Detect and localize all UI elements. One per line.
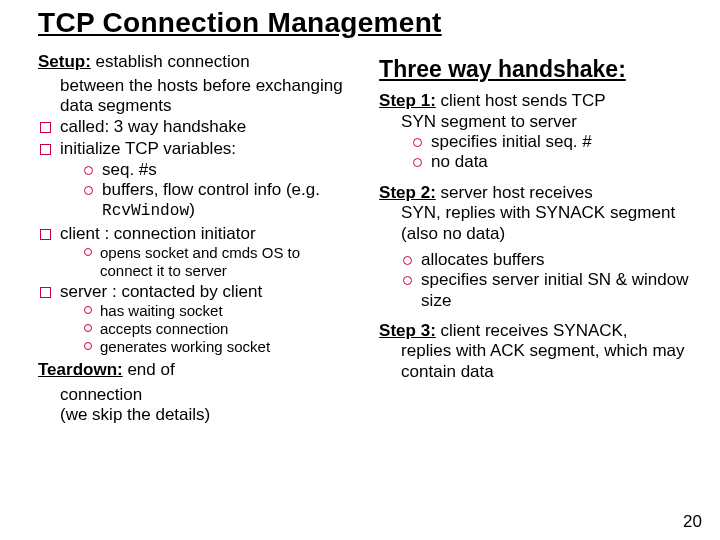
s2-allocates: allocates buffers — [401, 250, 690, 270]
sub-client-opens: opens socket and cmds OS to connect it t… — [82, 244, 355, 280]
bullet-client: client : connection initiator opens sock… — [38, 224, 355, 280]
s1-no-data: no data — [411, 152, 690, 172]
setup-lead: Setup: establish connection — [38, 52, 355, 72]
client-sublist: opens socket and cmds OS to connect it t… — [82, 244, 355, 280]
sub-buffers-c: ) — [189, 200, 195, 219]
setup-label: Setup: — [38, 52, 91, 71]
step-3: Step 3: client receives SYNACK, replies … — [379, 321, 690, 382]
page-number: 20 — [683, 512, 702, 532]
step-3-cont: replies with ACK segment, which may cont… — [401, 341, 690, 382]
s1-specifies-seq: specifies initial seq. # — [411, 132, 690, 152]
teardown-label: Teardown: — [38, 360, 123, 379]
step-3-text: client receives SYNACK, — [436, 321, 628, 340]
teardown-lead: Teardown: end of — [38, 360, 355, 380]
setup-bullets: called: 3 way handshake initialize TCP v… — [38, 117, 355, 357]
bullet-init-vars: initialize TCP variables: seq. #s buffer… — [38, 139, 355, 222]
step-2-label: Step 2: — [379, 183, 436, 202]
bullet-server-text: server : contacted by client — [60, 282, 262, 301]
server-sublist: has waiting socket accepts connection ge… — [82, 302, 355, 356]
step-1: Step 1: client host sends TCP SYN segmen… — [379, 91, 690, 173]
step-1-cont: SYN segment to server — [401, 112, 690, 132]
step-2-sublist: allocates buffers specifies server initi… — [401, 250, 690, 311]
teardown-text: end of — [123, 360, 175, 379]
step-1-sublist: specifies initial seq. # no data — [411, 132, 690, 173]
sub-buffers-a: buffers, flow control info (e.g. — [102, 180, 320, 199]
step-2: Step 2: server host receives SYN, replie… — [379, 183, 690, 311]
slide-title: TCP Connection Management — [38, 6, 690, 40]
sub-buffers: buffers, flow control info (e.g. RcvWind… — [82, 180, 355, 222]
bullet-init-vars-text: initialize TCP variables: — [60, 139, 236, 158]
teardown-continuation: connection (we skip the details) — [60, 385, 355, 426]
setup-continuation: between the hosts before exchanging data… — [60, 76, 355, 117]
handshake-heading: Three way handshake: — [379, 56, 690, 84]
step-2-text: server host receives — [436, 183, 593, 202]
bullet-client-text: client : connection initiator — [60, 224, 256, 243]
rcvwindow-code: RcvWindow — [102, 202, 189, 220]
sub-server-generates: generates working socket — [82, 338, 355, 356]
sub-server-accepts: accepts connection — [82, 320, 355, 338]
setup-text: establish connection — [91, 52, 250, 71]
sub-server-waiting: has waiting socket — [82, 302, 355, 320]
bullet-called: called: 3 way handshake — [38, 117, 355, 137]
step-2-cont: SYN, replies with SYNACK segment (also n… — [401, 203, 690, 244]
sub-seqnums: seq. #s — [82, 160, 355, 180]
init-vars-sublist: seq. #s buffers, flow control info (e.g.… — [82, 160, 355, 222]
right-column: Three way handshake: Step 1: client host… — [379, 50, 690, 426]
left-column: Setup: establish connection between the … — [38, 50, 355, 426]
slide: TCP Connection Management Setup: establi… — [0, 0, 720, 540]
bullet-server: server : contacted by client has waiting… — [38, 282, 355, 356]
s2-specifies-sn: specifies server initial SN & window siz… — [401, 270, 690, 311]
step-1-text: client host sends TCP — [436, 91, 606, 110]
two-column-layout: Setup: establish connection between the … — [38, 50, 690, 426]
step-1-label: Step 1: — [379, 91, 436, 110]
step-3-label: Step 3: — [379, 321, 436, 340]
